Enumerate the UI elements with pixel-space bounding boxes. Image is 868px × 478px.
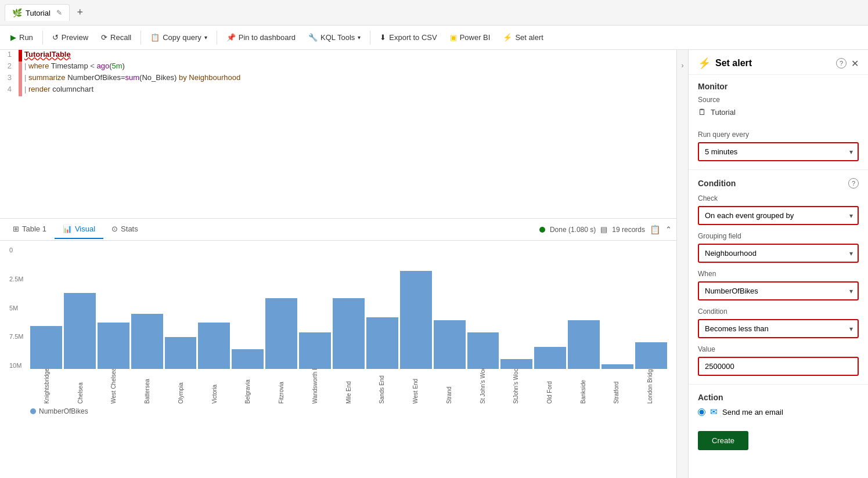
legend-dot [30, 408, 36, 414]
stats-icon: ⊙ [111, 224, 118, 233]
chart-bars-container [30, 247, 667, 369]
create-button[interactable]: Create [698, 431, 748, 450]
table-icon: ⊞ [13, 224, 19, 233]
results-tabs: ⊞ Table 1 📊 Visual ⊙ Stats Done (1.080 s… [0, 219, 676, 241]
preview-button[interactable]: ↺ Preview [46, 30, 94, 45]
pin-dashboard-label: Pin to dashboard [239, 33, 296, 42]
chart-x-labels: KnightsbridgeChelseaWest ChelseaBatterse… [30, 369, 667, 404]
copy-query-label: Copy query [163, 33, 201, 42]
code-line-1: 1 TutorialTable [0, 50, 676, 61]
y-label-10m: 10M [9, 362, 28, 369]
run-query-label: Run query every [698, 131, 859, 139]
recall-button[interactable]: ⟳ Recall [95, 30, 137, 45]
pin-icon: 📌 [226, 33, 236, 42]
email-radio-label: Send me an email [722, 408, 783, 417]
tab-icon: 🌿 [12, 8, 22, 17]
condition-section: Condition ? Check On each event grouped … [689, 171, 868, 383]
power-bi-label: Power BI [460, 33, 491, 42]
chart-bar [265, 298, 297, 369]
chart-x-label: West Chelsea [97, 369, 131, 404]
set-alert-button[interactable]: ⚡ Set alert [497, 30, 549, 45]
editor-pane: 1 TutorialTable 2 | where Timestamp < ag… [0, 50, 676, 478]
recall-icon: ⟳ [101, 33, 107, 42]
y-label-0: 0 [9, 247, 28, 254]
value-label: Value [698, 345, 859, 353]
recall-label: Recall [110, 33, 131, 42]
toolbar: ▶ Run ↺ Preview ⟳ Recall 📋 Copy query ▾ … [0, 26, 868, 50]
y-label-75m: 7.5M [9, 333, 28, 340]
grouping-select[interactable]: Neighbourhood [698, 244, 859, 263]
chart-x-label: Wandsworth Road [298, 369, 332, 404]
collapse-panel[interactable]: › [676, 50, 688, 478]
condition-section-label: Condition [698, 179, 736, 188]
copy-query-button[interactable]: 📋 Copy query ▾ [145, 30, 213, 45]
separator-2 [141, 31, 141, 45]
code-editor[interactable]: 1 TutorialTable 2 | where Timestamp < ag… [0, 50, 676, 218]
chart-x-label: Mile End [332, 369, 366, 404]
code-content-1: TutorialTable [22, 50, 676, 61]
code-line-3: 3 | summarize NumberOfBikes=sum(No_Bikes… [0, 73, 676, 85]
code-line-2: 2 | where Timestamp < ago(5m) [0, 61, 676, 73]
email-radio-input[interactable] [698, 408, 705, 416]
results-status: Done (1.080 s) ▤ 19 records 📋 ⌃ [539, 224, 672, 235]
tutorial-tab[interactable]: 🌿 Tutorial ✎ [5, 4, 70, 21]
chart-x-label: Old Ford [533, 369, 567, 404]
when-select-wrapper: NumberOfBikes ▾ [698, 281, 859, 300]
records-icon: ▤ [600, 225, 607, 234]
pin-dashboard-button[interactable]: 📌 Pin to dashboard [221, 30, 301, 45]
copy-results-icon[interactable]: 📋 [650, 224, 661, 235]
chart-x-label: Stratford [600, 369, 633, 404]
chart-bar [131, 314, 163, 369]
chart-bar [198, 323, 230, 369]
collapse-icon[interactable]: ⌃ [665, 225, 672, 234]
legend-label: NumberOfBikes [39, 407, 88, 415]
kql-tools-button[interactable]: 🔧 KQL Tools ▾ [302, 30, 366, 45]
help-icon[interactable]: ? [836, 58, 847, 68]
chart-x-label: St John's Wood [466, 369, 500, 404]
divider-2 [689, 384, 868, 385]
status-text: Done (1.080 s) [550, 226, 596, 234]
chart-bar [165, 337, 197, 369]
tab-edit-icon[interactable]: ✎ [56, 9, 62, 17]
chart-y-labels: 10M 7.5M 5M 2.5M 0 [9, 247, 30, 369]
close-panel-icon[interactable]: ✕ [851, 58, 859, 69]
table-tab[interactable]: ⊞ Table 1 [5, 220, 55, 239]
add-tab-button[interactable]: + [72, 5, 88, 21]
chart-x-label: Battersea [131, 369, 164, 404]
chart-x-label: Sands End [365, 369, 399, 404]
code-content-4: | render columnchart [22, 85, 676, 96]
divider-1 [689, 169, 868, 170]
value-input[interactable] [698, 357, 859, 376]
visual-tab[interactable]: 📊 Visual [55, 220, 103, 239]
chart-bar [366, 317, 398, 369]
main-area: 1 TutorialTable 2 | where Timestamp < ag… [0, 50, 868, 478]
chart-x-label: Victoria [198, 369, 232, 404]
chart-x-label: Bankside [567, 369, 600, 404]
chart-x-label: Knightsbridge [30, 369, 64, 404]
condition-select-wrapper: Becomes less than Becomes greater than I… [698, 319, 859, 338]
panel-title-text: Set alert [715, 58, 752, 68]
chart-bar [534, 347, 566, 369]
chart-bar [434, 320, 466, 369]
stats-tab[interactable]: ⊙ Stats [103, 220, 146, 239]
run-label: Run [19, 33, 33, 42]
chart-bar [500, 359, 532, 369]
condition-select[interactable]: Becomes less than Becomes greater than I… [698, 319, 859, 338]
preview-icon: ↺ [52, 33, 59, 42]
power-bi-button[interactable]: ▣ Power BI [444, 30, 496, 45]
chart-area: 10M 7.5M 5M 2.5M 0 KnightsbridgeChelseaW… [9, 247, 667, 415]
run-button[interactable]: ▶ Run [5, 30, 39, 45]
kql-tools-label: KQL Tools [320, 33, 355, 42]
export-csv-button[interactable]: ⬇ Export to CSV [374, 30, 442, 45]
condition-help-icon[interactable]: ? [848, 178, 859, 189]
alert-icon: ⚡ [503, 33, 512, 42]
run-query-select[interactable]: 1 minute 5 minutes 10 minutes 30 minutes… [698, 142, 859, 161]
chart-x-label: West End [399, 369, 433, 404]
when-select[interactable]: NumberOfBikes [698, 281, 859, 300]
line-number-2: 2 [0, 61, 19, 73]
results-area: ⊞ Table 1 📊 Visual ⊙ Stats Done (1.080 s… [0, 218, 676, 415]
preview-label: Preview [62, 33, 88, 42]
email-radio-item[interactable]: ✉ Send me an email [698, 407, 859, 417]
check-select[interactable]: On each event grouped by Number of rows … [698, 206, 859, 225]
chart-legend: NumberOfBikes [30, 407, 88, 415]
